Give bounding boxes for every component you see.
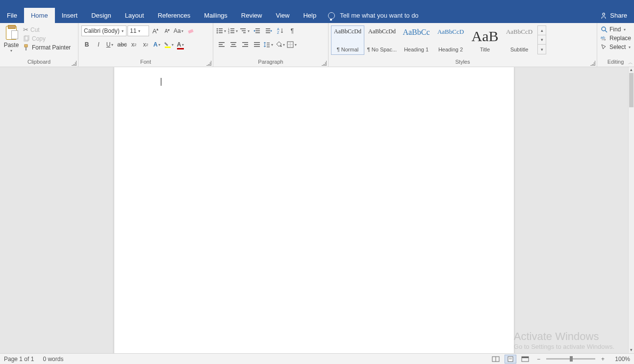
tab-references[interactable]: References (151, 8, 197, 23)
justify-button[interactable] (252, 39, 262, 50)
page-indicator[interactable]: Page 1 of 1 (4, 356, 34, 363)
eraser-icon (187, 27, 195, 35)
tab-file[interactable]: File (0, 8, 24, 23)
style-name-label: Subtitle (510, 47, 529, 52)
zoom-slider[interactable] (546, 358, 595, 360)
shrink-font-button[interactable]: A▾ (162, 25, 173, 36)
line-spacing-button[interactable]: ▾ (263, 39, 274, 50)
share-button[interactable]: Share (593, 8, 634, 23)
style-preview: AaBbCcDd (334, 28, 361, 35)
highlight-button[interactable]: ▾ (164, 39, 175, 50)
paragraph-launcher[interactable] (322, 61, 327, 66)
clear-formatting-button[interactable] (185, 25, 196, 36)
style-preview: AaBbCc (403, 28, 430, 37)
share-icon (600, 12, 607, 19)
font-name-combo[interactable]: Calibri (Body)▾ (81, 25, 127, 36)
replace-button[interactable]: abReplace (599, 34, 633, 43)
find-button[interactable]: Find▾ (599, 25, 628, 34)
svg-rect-32 (219, 46, 225, 47)
tab-home[interactable]: Home (24, 8, 55, 23)
text-effects-button[interactable]: A▾ (152, 39, 163, 50)
read-mode-button[interactable] (490, 355, 502, 364)
ribbon: Paste ▾ ✂Cut Copy Format Painter Clipboa… (0, 23, 634, 67)
svg-rect-8 (219, 28, 223, 29)
print-layout-button[interactable] (505, 355, 516, 364)
select-icon (601, 44, 608, 50)
superscript-button[interactable]: x2 (140, 39, 151, 50)
font-color-button[interactable]: A▾ (176, 39, 186, 50)
sort-button[interactable]: AZ (275, 25, 286, 36)
subscript-button[interactable]: x2 (128, 39, 139, 50)
borders-button[interactable]: ▾ (287, 39, 298, 50)
align-left-button[interactable] (216, 39, 227, 50)
web-layout-button[interactable] (519, 355, 531, 364)
style-preview: AaB (472, 28, 499, 45)
bold-button[interactable]: B (81, 39, 92, 50)
copy-button[interactable]: Copy (22, 34, 72, 43)
svg-rect-14 (230, 28, 234, 29)
document-workspace (0, 67, 628, 353)
svg-rect-18 (230, 32, 234, 33)
cut-button[interactable]: ✂Cut (22, 25, 72, 34)
multilevel-list-button[interactable]: ▾ (240, 25, 251, 36)
svg-rect-19 (240, 28, 246, 29)
svg-rect-5 (188, 29, 193, 33)
tab-design[interactable]: Design (84, 8, 118, 23)
styles-down-button[interactable]: ▾ (538, 35, 546, 45)
styles-up-button[interactable]: ▴ (538, 26, 546, 35)
styles-launcher[interactable] (590, 61, 595, 66)
show-hide-button[interactable]: ¶ (287, 25, 298, 36)
styles-more-button[interactable]: ▾ (538, 45, 546, 54)
font-size-combo[interactable]: 11▾ (127, 25, 149, 36)
scroll-thumb[interactable] (629, 73, 634, 107)
collapse-ribbon-button[interactable]: ︿ (628, 59, 633, 66)
tab-layout[interactable]: Layout (118, 8, 151, 23)
decrease-indent-button[interactable] (252, 25, 262, 36)
status-bar: Page 1 of 1 0 words − + 100% (0, 353, 634, 364)
numbering-button[interactable]: 123▾ (228, 25, 239, 36)
svg-rect-12 (219, 32, 223, 33)
font-launcher[interactable] (206, 61, 211, 66)
zoom-out-button[interactable]: − (534, 356, 543, 363)
text-cursor (161, 78, 161, 86)
align-right-button[interactable] (240, 39, 251, 50)
readmode-icon (492, 356, 500, 362)
zoom-level[interactable]: 100% (610, 356, 630, 363)
scroll-down-button[interactable]: ▾ (629, 347, 634, 353)
style---normal[interactable]: AaBbCcDd¶ Normal (331, 25, 364, 55)
bullets-button[interactable]: ▾ (216, 25, 227, 36)
svg-rect-23 (255, 30, 260, 31)
clipboard-launcher[interactable] (72, 61, 76, 66)
tab-view[interactable]: View (269, 8, 296, 23)
zoom-in-button[interactable]: + (598, 356, 608, 363)
paste-button[interactable]: Paste ▾ (2, 25, 21, 53)
select-button[interactable]: Select▾ (599, 43, 633, 51)
align-center-button[interactable] (228, 39, 239, 50)
style---no-spac---[interactable]: AaBbCcDd¶ No Spac... (365, 25, 399, 55)
scroll-up-button[interactable]: ▴ (629, 67, 634, 73)
tab-insert[interactable]: Insert (55, 8, 85, 23)
style-heading-1[interactable]: AaBbCcHeading 1 (400, 25, 433, 55)
underline-button[interactable]: U▾ (105, 39, 116, 50)
strikethrough-button[interactable]: abc (117, 39, 127, 50)
grow-font-button[interactable]: A▴ (150, 25, 161, 36)
svg-rect-43 (267, 45, 270, 45)
vertical-scrollbar[interactable]: ▴ ▾ (628, 67, 634, 353)
paste-dropdown[interactable]: ▾ (9, 49, 13, 53)
shading-button[interactable]: ▾ (275, 39, 286, 50)
italic-button[interactable]: I (93, 39, 104, 50)
tab-review[interactable]: Review (234, 8, 269, 23)
tell-me-search[interactable]: Tell me what you want to do (323, 8, 423, 23)
style-subtitle[interactable]: AaBbCcDSubtitle (503, 25, 536, 55)
tab-mailings[interactable]: Mailings (197, 8, 234, 23)
style-heading-2[interactable]: AaBbCcDHeading 2 (434, 25, 467, 55)
tab-help[interactable]: Help (296, 8, 323, 23)
group-styles: AaBbCcDd¶ NormalAaBbCcDd¶ No Spac...AaBb… (329, 23, 597, 67)
format-painter-button[interactable]: Format Painter (22, 43, 72, 52)
word-count[interactable]: 0 words (43, 356, 63, 363)
increase-indent-button[interactable] (263, 25, 274, 36)
group-styles-label: Styles (456, 59, 470, 65)
document-page[interactable] (114, 67, 514, 353)
style-title[interactable]: AaBTitle (468, 25, 502, 55)
change-case-button[interactable]: Aa▾ (174, 25, 184, 36)
